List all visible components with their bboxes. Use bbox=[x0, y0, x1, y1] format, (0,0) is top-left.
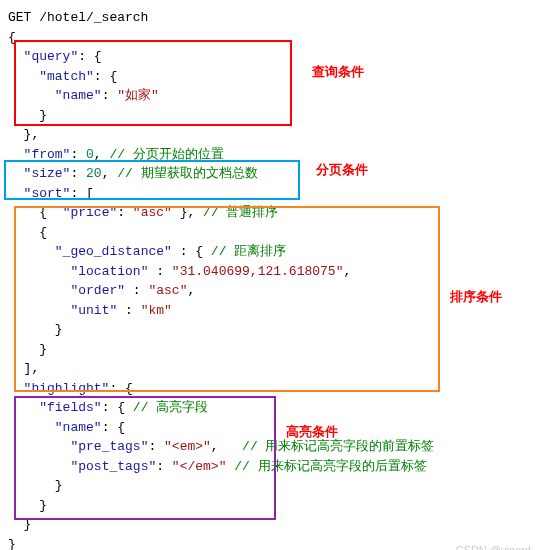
hl-l2: "fields": { // 高亮字段 bbox=[8, 398, 531, 418]
hl-l8: } bbox=[8, 515, 531, 535]
request-line: GET /hotel/_search bbox=[8, 8, 531, 28]
watermark: CSDN @viperd bbox=[456, 542, 531, 551]
label-highlight: 高亮条件 bbox=[286, 422, 338, 442]
sort-l2: { "price": "asc" }, // 普通排序 bbox=[8, 203, 531, 223]
label-query: 查询条件 bbox=[312, 62, 364, 82]
hl-l4: "pre_tags": "<em>", // 用来标记高亮字段的前置标签 bbox=[8, 437, 531, 457]
sort-l9: } bbox=[8, 340, 531, 360]
sort-l10: ], bbox=[8, 359, 531, 379]
hl-l1: "highlight": { bbox=[8, 379, 531, 399]
sort-l3: { bbox=[8, 223, 531, 243]
query-l3: "name": "如家" bbox=[8, 86, 531, 106]
query-l1: "query": { bbox=[8, 47, 531, 67]
sort-l5: "location" : "31.040699,121.618075", bbox=[8, 262, 531, 282]
hl-l5: "post_tags": "</em>" // 用来标记高亮字段的后置标签 bbox=[8, 457, 531, 477]
brace-close: } bbox=[8, 535, 531, 551]
brace-open: { bbox=[8, 28, 531, 48]
query-l4: } bbox=[8, 106, 531, 126]
query-l2: "match": { bbox=[8, 67, 531, 87]
size-line: "size": 20, // 期望获取的文档总数 bbox=[8, 164, 531, 184]
query-l5: }, bbox=[8, 125, 531, 145]
sort-l4: "_geo_distance" : { // 距离排序 bbox=[8, 242, 531, 262]
label-paging: 分页条件 bbox=[316, 160, 368, 180]
label-sort: 排序条件 bbox=[450, 287, 502, 307]
sort-l8: } bbox=[8, 320, 531, 340]
hl-l3: "name": { bbox=[8, 418, 531, 438]
sort-l1: "sort": [ bbox=[8, 184, 531, 204]
hl-l6: } bbox=[8, 476, 531, 496]
from-line: "from": 0, // 分页开始的位置 bbox=[8, 145, 531, 165]
hl-l7: } bbox=[8, 496, 531, 516]
